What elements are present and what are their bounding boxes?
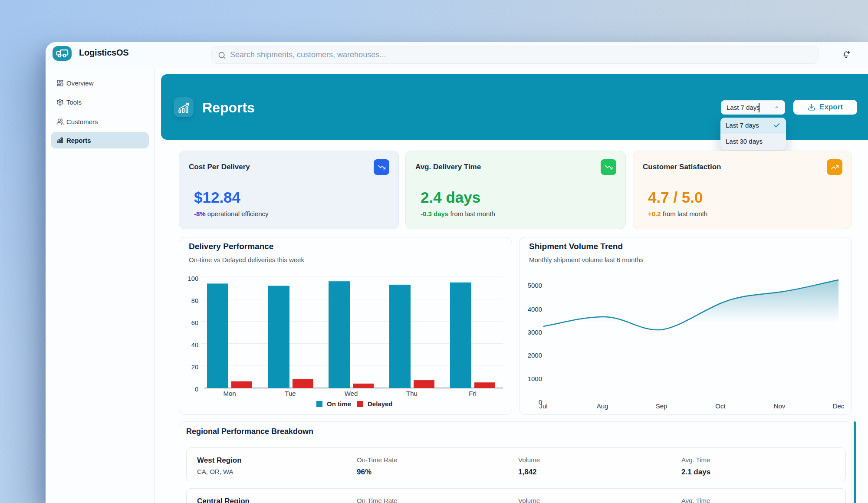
svg-text:Thu: Thu xyxy=(406,390,418,397)
svg-text:3000: 3000 xyxy=(528,329,542,336)
svg-text:80: 80 xyxy=(191,297,198,304)
svg-text:Oct: Oct xyxy=(715,402,726,410)
svg-text:Wed: Wed xyxy=(345,390,358,397)
svg-text:Jul: Jul xyxy=(539,402,547,410)
svg-text:Delayed: Delayed xyxy=(368,400,393,408)
svg-text:Nov: Nov xyxy=(774,402,786,410)
svg-text:20: 20 xyxy=(191,364,198,371)
svg-text:Aug: Aug xyxy=(597,402,608,410)
svg-text:5000: 5000 xyxy=(528,282,542,289)
svg-text:1000: 1000 xyxy=(528,375,542,382)
svg-text:40: 40 xyxy=(191,342,198,348)
svg-text:Sep: Sep xyxy=(656,402,667,410)
svg-text:0: 0 xyxy=(195,386,198,393)
svg-text:On time: On time xyxy=(327,400,351,408)
svg-text:Dec: Dec xyxy=(833,402,845,410)
svg-text:Tue: Tue xyxy=(285,390,296,397)
svg-text:Fri: Fri xyxy=(469,390,477,397)
svg-text:2000: 2000 xyxy=(528,352,542,359)
svg-text:60: 60 xyxy=(191,319,198,326)
svg-text:100: 100 xyxy=(188,275,198,282)
svg-text:4000: 4000 xyxy=(528,306,542,313)
svg-text:Mon: Mon xyxy=(223,390,236,397)
